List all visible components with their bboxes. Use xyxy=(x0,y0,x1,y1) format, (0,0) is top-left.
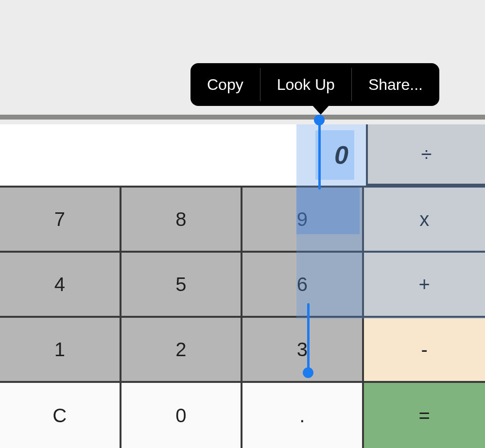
menu-item-look-up[interactable]: Look Up xyxy=(260,63,351,106)
key-8[interactable]: 8 xyxy=(121,188,243,253)
calculator-panel: 0 ÷ 7 8 9 x 4 5 6 + 1 2 3 - C 0 . = xyxy=(0,124,485,448)
calculator-display[interactable]: 0 xyxy=(0,124,368,186)
text-selection-context-menu: Copy Look Up Share... xyxy=(191,63,439,106)
key-5[interactable]: 5 xyxy=(121,253,243,318)
key-9[interactable]: 9 xyxy=(242,188,364,253)
key-0[interactable]: 0 xyxy=(121,383,243,448)
key-6[interactable]: 6 xyxy=(242,253,364,318)
display-value: 0 xyxy=(331,140,351,170)
key-divide[interactable]: ÷ xyxy=(368,124,485,186)
menu-item-copy[interactable]: Copy xyxy=(191,63,260,106)
menu-callout-arrow-icon xyxy=(312,105,329,115)
menu-item-share[interactable]: Share... xyxy=(352,63,439,106)
key-clear[interactable]: C xyxy=(0,383,121,448)
key-equals[interactable]: = xyxy=(364,383,485,448)
key-1[interactable]: 1 xyxy=(0,318,121,383)
keypad: 7 8 9 x 4 5 6 + 1 2 3 - C 0 . = xyxy=(0,188,485,448)
key-decimal[interactable]: . xyxy=(242,383,364,448)
key-7[interactable]: 7 xyxy=(0,188,121,253)
key-multiply[interactable]: x xyxy=(364,188,485,253)
display-row: 0 ÷ xyxy=(0,124,485,188)
key-add[interactable]: + xyxy=(364,253,485,318)
key-subtract[interactable]: - xyxy=(364,318,485,383)
key-3[interactable]: 3 xyxy=(242,318,364,383)
key-4[interactable]: 4 xyxy=(0,253,121,318)
key-2[interactable]: 2 xyxy=(121,318,243,383)
